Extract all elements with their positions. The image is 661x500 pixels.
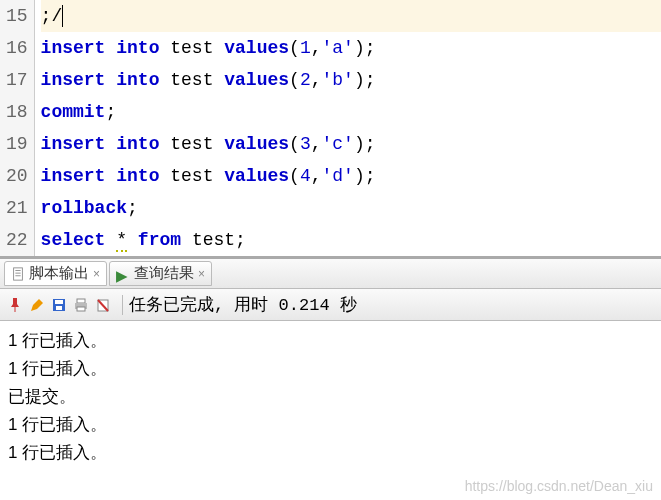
play-icon: ▶ bbox=[116, 267, 130, 281]
keyword: from bbox=[138, 230, 181, 250]
number: 4 bbox=[300, 166, 311, 186]
keyword: into bbox=[116, 134, 159, 154]
line-number: 17 bbox=[6, 64, 28, 96]
keyword: insert bbox=[41, 166, 106, 186]
output-text[interactable]: 1 行已插入。 1 行已插入。 已提交。 1 行已插入。 1 行已插入。 bbox=[0, 321, 661, 473]
clear-icon[interactable] bbox=[94, 296, 112, 314]
output-line: 1 行已插入。 bbox=[8, 327, 653, 355]
watermark: https://blog.csdn.net/Dean_xiu bbox=[465, 478, 653, 494]
svg-rect-8 bbox=[77, 299, 85, 303]
code-line[interactable]: insert into test values(1,'a'); bbox=[41, 32, 661, 64]
punct: ); bbox=[354, 70, 376, 90]
punct: ( bbox=[289, 70, 300, 90]
output-toolbar: 任务已完成, 用时 0.214 秒 bbox=[0, 289, 661, 321]
print-icon[interactable] bbox=[72, 296, 90, 314]
string: 'd' bbox=[322, 166, 354, 186]
keyword: values bbox=[224, 134, 289, 154]
keyword: insert bbox=[41, 70, 106, 90]
punct: , bbox=[311, 38, 322, 58]
code-line[interactable]: insert into test values(3,'c'); bbox=[41, 128, 661, 160]
pencil-icon[interactable] bbox=[28, 296, 46, 314]
code-line[interactable]: select * from test; bbox=[41, 224, 661, 256]
tab-label: 查询结果 bbox=[134, 264, 194, 283]
svg-rect-0 bbox=[14, 267, 23, 279]
punct: , bbox=[311, 134, 322, 154]
keyword: rollback bbox=[41, 198, 127, 218]
close-icon[interactable]: × bbox=[93, 267, 100, 281]
code-line[interactable]: insert into test values(4,'d'); bbox=[41, 160, 661, 192]
keyword: into bbox=[116, 38, 159, 58]
punct: ; bbox=[235, 230, 246, 250]
string: 'b' bbox=[322, 70, 354, 90]
star: * bbox=[116, 230, 127, 252]
code-line[interactable]: commit; bbox=[41, 96, 661, 128]
output-line: 已提交。 bbox=[8, 383, 653, 411]
number: 1 bbox=[300, 38, 311, 58]
punct: , bbox=[311, 166, 322, 186]
line-gutter: 15 16 17 18 19 20 21 22 bbox=[0, 0, 35, 256]
number: 2 bbox=[300, 70, 311, 90]
string: 'c' bbox=[322, 134, 354, 154]
tab-bar: 脚本输出 × ▶ 查询结果 × bbox=[0, 259, 661, 289]
line-number: 18 bbox=[6, 96, 28, 128]
separator bbox=[122, 295, 123, 315]
identifier: test bbox=[159, 166, 224, 186]
output-line: 1 行已插入。 bbox=[8, 355, 653, 383]
svg-rect-7 bbox=[56, 306, 62, 310]
punct: ( bbox=[289, 134, 300, 154]
output-panel: 脚本输出 × ▶ 查询结果 × 任务已完成, 用时 0.214 秒 1 行已插入… bbox=[0, 256, 661, 473]
code-text: ;/ bbox=[41, 6, 63, 26]
close-icon[interactable]: × bbox=[198, 267, 205, 281]
output-line: 1 行已插入。 bbox=[8, 439, 653, 467]
code-area[interactable]: ;/ insert into test values(1,'a'); inser… bbox=[35, 0, 661, 256]
punct: ); bbox=[354, 134, 376, 154]
save-icon[interactable] bbox=[50, 296, 68, 314]
string: 'a' bbox=[322, 38, 354, 58]
keyword: insert bbox=[41, 38, 106, 58]
text-cursor bbox=[62, 5, 63, 27]
pin-icon[interactable] bbox=[6, 296, 24, 314]
line-number: 22 bbox=[6, 224, 28, 256]
tab-query-result[interactable]: ▶ 查询结果 × bbox=[109, 261, 212, 286]
punct: ; bbox=[127, 198, 138, 218]
document-icon bbox=[11, 267, 25, 281]
punct: ( bbox=[289, 38, 300, 58]
tab-label: 脚本输出 bbox=[29, 264, 89, 283]
identifier: test bbox=[181, 230, 235, 250]
svg-rect-6 bbox=[55, 300, 63, 304]
punct: ( bbox=[289, 166, 300, 186]
tab-script-output[interactable]: 脚本输出 × bbox=[4, 261, 107, 286]
output-line: 1 行已插入。 bbox=[8, 411, 653, 439]
code-editor[interactable]: 15 16 17 18 19 20 21 22 ;/ insert into t… bbox=[0, 0, 661, 256]
code-line[interactable]: insert into test values(2,'b'); bbox=[41, 64, 661, 96]
keyword: commit bbox=[41, 102, 106, 122]
keyword: select bbox=[41, 230, 106, 250]
identifier: test bbox=[159, 134, 224, 154]
punct: ); bbox=[354, 166, 376, 186]
identifier: test bbox=[159, 70, 224, 90]
punct: , bbox=[311, 70, 322, 90]
code-line[interactable]: ;/ bbox=[41, 0, 661, 32]
number: 3 bbox=[300, 134, 311, 154]
punct: ); bbox=[354, 38, 376, 58]
keyword: insert bbox=[41, 134, 106, 154]
svg-rect-10 bbox=[77, 307, 85, 311]
code-line[interactable]: rollback; bbox=[41, 192, 661, 224]
status-text: 任务已完成, 用时 0.214 秒 bbox=[129, 293, 357, 316]
line-number: 15 bbox=[6, 0, 28, 32]
line-number: 19 bbox=[6, 128, 28, 160]
punct: ; bbox=[105, 102, 116, 122]
keyword: into bbox=[116, 166, 159, 186]
keyword: values bbox=[224, 70, 289, 90]
keyword: into bbox=[116, 70, 159, 90]
identifier: test bbox=[159, 38, 224, 58]
line-number: 16 bbox=[6, 32, 28, 64]
keyword: values bbox=[224, 38, 289, 58]
line-number: 21 bbox=[6, 192, 28, 224]
keyword: values bbox=[224, 166, 289, 186]
line-number: 20 bbox=[6, 160, 28, 192]
